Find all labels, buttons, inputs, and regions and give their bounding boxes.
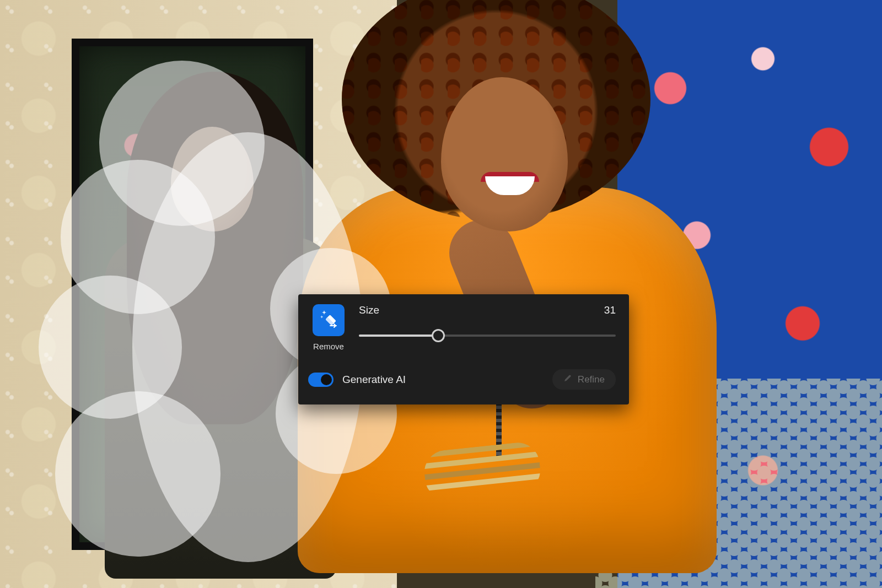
pencil-icon [563, 374, 572, 385]
refine-button[interactable]: Refine [552, 369, 616, 390]
refine-button-label: Refine [578, 374, 605, 385]
photo-canvas[interactable]: Remove Size 31 Generative AI [0, 0, 882, 588]
size-slider-label: Size [359, 304, 379, 316]
remove-tool-panel: Remove Size 31 Generative AI [298, 294, 629, 404]
slider-thumb[interactable] [432, 329, 445, 342]
remove-tool-label: Remove [313, 342, 344, 351]
remove-tool-button[interactable] [313, 304, 345, 336]
size-slider-value: 31 [604, 304, 616, 316]
eraser-sparkle-icon [319, 309, 338, 331]
generative-ai-toggle[interactable] [308, 373, 334, 387]
size-slider[interactable] [359, 328, 616, 343]
slider-fill [359, 335, 438, 337]
generative-ai-label: Generative AI [342, 374, 406, 386]
toggle-knob [321, 374, 332, 385]
